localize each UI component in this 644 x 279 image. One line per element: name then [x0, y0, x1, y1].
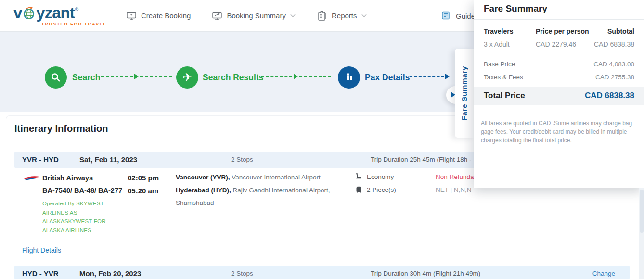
arrive-time: 05:20 am: [128, 187, 158, 195]
col-price-per-person: Price per person: [536, 27, 589, 35]
fare-summary-panel: Fare Summary Travelers Price per person …: [474, 0, 644, 188]
nav-booking-summary[interactable]: Booking Summary: [212, 11, 295, 21]
scrollbar-thumb[interactable]: [640, 190, 644, 233]
total-price-value: CAD 6838.38: [585, 91, 634, 101]
segment-stops: 2 Stops: [231, 270, 253, 277]
nav-booking-summary-label: Booking Summary: [227, 12, 286, 20]
change-flight-link[interactable]: Change: [592, 270, 615, 277]
step-search-results-label[interactable]: Search Results: [203, 73, 263, 83]
nav-reports-label: Reports: [332, 12, 357, 20]
segment-date: Sat, Feb 11, 2023: [79, 155, 137, 164]
airline-name: British Airways: [42, 174, 93, 182]
segment-stops: 2 Stops: [231, 156, 253, 163]
brand-name-left: v: [13, 5, 22, 21]
search-icon: [51, 72, 61, 83]
nav-reports[interactable]: Reports: [317, 11, 366, 21]
step-pax-details[interactable]: [338, 66, 360, 89]
itinerary-title: Itinerary Information: [14, 123, 108, 134]
step-pax-details-label[interactable]: Pax Details: [365, 73, 410, 83]
brand-logo[interactable]: v voyzant yzant ® TRUSTED FOR TRAVEL: [13, 5, 110, 26]
seat-icon: [355, 172, 362, 180]
divider: [14, 243, 630, 243]
total-price-label: Total Price: [484, 91, 525, 101]
segment-route: YVR - HYD: [22, 155, 59, 164]
subtotal-value: CAD 6838.38: [594, 40, 634, 48]
brand-tagline: TRUSTED FOR TRAVEL: [41, 21, 107, 26]
fare-summary-tab-label: Fare Summary: [460, 66, 469, 121]
depart-airport-code: Vancouver (YVR),: [176, 174, 230, 181]
taxes-fees-value: CAD 2755.38: [595, 74, 634, 81]
operated-by-note: Operated By SKYWEST AIRLINES AS ALASKASK…: [42, 199, 118, 235]
col-subtotal: Subtotal: [607, 27, 634, 35]
fare-basis: NET | N,N,N: [436, 186, 472, 193]
monitor-plane-icon: [212, 11, 222, 21]
book-icon: [441, 11, 451, 21]
segment-header-return: HYD - YVR Mon, Feb 20, 2023 2 Stops Trip…: [14, 266, 630, 279]
arrive-airport: Hyderabad (HYD), Rajiv Gandhi Internatio…: [176, 184, 337, 209]
plane-icon: ✈: [182, 72, 192, 83]
chevron-down-icon: [291, 13, 296, 17]
stepper-connector: [261, 76, 292, 77]
passenger-icon: [343, 72, 355, 83]
stepper-connector: [140, 76, 172, 77]
flight-details-link[interactable]: Flight Details: [22, 246, 61, 254]
step-search-label[interactable]: Search: [72, 73, 100, 83]
fare-disclaimer: All fares are quoted in CAD .Some airlin…: [481, 119, 637, 145]
nav-guide-label: Guide: [456, 12, 475, 20]
stepper-connector: [299, 76, 331, 77]
fare-summary-tab[interactable]: Fare Summary: [455, 49, 474, 138]
stepper-connector: [410, 76, 444, 77]
brand-name: yzant: [36, 5, 74, 21]
arrow-right-icon: [445, 74, 450, 79]
price-per-person-value: CAD 2279.46: [536, 40, 576, 48]
baggage-allowance: 2 Piece(s): [367, 186, 396, 193]
arrow-right-icon: [134, 74, 139, 79]
monitor-booking-icon: [126, 11, 137, 21]
scrollbar-track[interactable]: [639, 188, 644, 279]
segment-date: Mon, Feb 20, 2023: [79, 269, 141, 278]
clipboard-icon: [317, 11, 327, 21]
arrow-right-icon: [294, 74, 298, 79]
segment-duration: Trip Duration 25h 45m (Flight 18h -: [371, 156, 472, 163]
nav-create-booking-label: Create Booking: [141, 12, 191, 20]
nav-guide[interactable]: Guide: [441, 0, 475, 32]
divider: [474, 19, 644, 20]
nav-create-booking[interactable]: Create Booking: [126, 11, 191, 21]
taxes-fees-label: Taxes & Fees: [484, 74, 523, 81]
globe-icon: [22, 6, 36, 20]
segment-duration: Trip Duration 30h 4m (Flight 21h 49m): [371, 270, 480, 277]
flight-numbers: BA-7540/ BA-48/ BA-277: [42, 187, 122, 194]
depart-airport-name: Vancouver International Airport: [230, 174, 321, 181]
cabin-class: Economy: [367, 173, 394, 180]
stepper-connector: [101, 76, 133, 77]
chevron-down-icon: [361, 13, 366, 17]
depart-time: 02:05 pm: [128, 174, 159, 182]
segment-route: HYD - YVR: [22, 269, 59, 278]
arrive-airport-code: Hyderabad (HYD),: [176, 187, 231, 194]
fare-summary-title: Fare Summary: [484, 3, 547, 14]
step-search[interactable]: [45, 66, 67, 89]
base-price-value: CAD 4,083.00: [593, 61, 634, 68]
step-search-results[interactable]: ✈: [176, 66, 198, 89]
page: v voyzant yzant ® TRUSTED FOR TRAVEL: [0, 0, 644, 279]
depart-airport: Vancouver (YVR), Vancouver International…: [176, 171, 337, 184]
registered-mark: ®: [75, 7, 78, 12]
col-travelers: Travelers: [484, 27, 514, 35]
base-price-label: Base Price: [484, 61, 515, 68]
luggage-icon: [356, 185, 362, 193]
divider: [14, 260, 630, 260]
divider: [481, 54, 637, 54]
travelers-value: 3 x Adult: [484, 40, 510, 48]
british-airways-logo: [23, 173, 42, 183]
